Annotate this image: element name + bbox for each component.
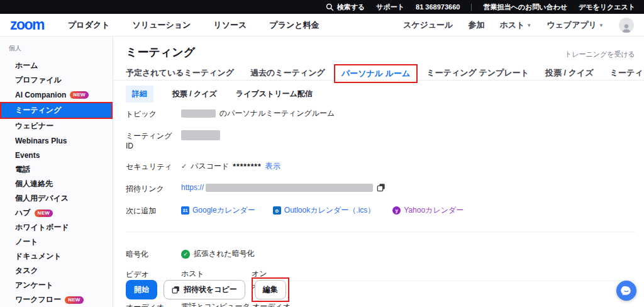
- security-row: セキュリティ ✓ パスコード ******** 表示: [126, 161, 635, 172]
- encryption-row: 暗号化 ✓ 拡張された暗号化: [126, 248, 635, 260]
- sidebar-item-webinars[interactable]: ウェビナー: [0, 119, 113, 133]
- nav-schedule[interactable]: スケジュール: [403, 20, 453, 31]
- encryption-value: 拡張された暗号化: [194, 248, 255, 259]
- encryption-label: 暗号化: [126, 248, 181, 260]
- zoom-logo[interactable]: zoom: [10, 18, 44, 32]
- contact-sales-link[interactable]: 営業担当へのお問い合わせ: [483, 3, 567, 12]
- sidebar-item-home[interactable]: ホーム: [0, 59, 113, 73]
- new-badge: NEW: [70, 91, 89, 99]
- sidebar-section-personal: 個人: [0, 36, 113, 59]
- search-icon: [326, 3, 334, 11]
- action-buttons: 開始 招待状をコピー 編集: [126, 277, 289, 302]
- sidebar-item-ai-companion[interactable]: AI Companion NEW: [0, 87, 113, 102]
- google-calendar-icon: 31: [181, 206, 189, 215]
- nav-join[interactable]: 参加: [468, 20, 484, 31]
- redacted-meeting-id: [181, 130, 220, 140]
- chevron-down-icon: ▼: [599, 23, 604, 28]
- audio-label: オーディオ: [126, 301, 181, 307]
- sidebar-item-profile[interactable]: プロファイル: [0, 73, 113, 87]
- personal-room-subtabs: 詳細 投票 / クイズ ライブストリーム配信: [126, 86, 313, 103]
- tab-upcoming-meetings[interactable]: 予定されているミーティング: [126, 67, 234, 79]
- section-divider: [126, 232, 635, 232]
- phone-number[interactable]: 81 368973660: [416, 3, 460, 11]
- new-badge: NEW: [65, 296, 84, 304]
- check-icon: ✓: [181, 162, 187, 170]
- nav-products[interactable]: プロダクト: [68, 20, 110, 31]
- edit-button[interactable]: 編集: [255, 280, 286, 299]
- meeting-id-row: ミーティング ID: [126, 130, 635, 150]
- subtab-polls-quizzes[interactable]: 投票 / クイズ: [172, 89, 217, 99]
- sidebar-item-events[interactable]: Events: [0, 148, 113, 162]
- nav-host-menu[interactable]: ホスト ▼: [499, 20, 531, 31]
- main-navbar: zoom プロダクト ソリューション リソース プランと料金 スケジュール 参加…: [0, 14, 644, 36]
- tab-personal-room[interactable]: パーソナル ルーム: [334, 64, 418, 83]
- nav-links: プロダクト ソリューション リソース プランと料金: [68, 20, 319, 31]
- search-label: 検索する: [337, 3, 365, 12]
- edit-annotation-box: 編集: [252, 277, 289, 302]
- sidebar-item-devices[interactable]: 個人用デバイス: [0, 191, 113, 206]
- person-icon: [621, 23, 632, 33]
- start-button[interactable]: 開始: [126, 280, 157, 299]
- search-button[interactable]: 検索する: [326, 3, 365, 12]
- audio-row: オーディオ 電話とコンピュータ オーディオ ダイヤル元米国: [126, 301, 635, 307]
- sidebar-item-contacts[interactable]: 個人連絡先: [0, 177, 113, 191]
- chat-bubble-icon: [621, 285, 632, 296]
- nav-webapp-menu[interactable]: ウェブアプリ ▼: [547, 20, 604, 31]
- sidebar-item-surveys[interactable]: アンケート: [0, 278, 113, 293]
- tab-polls-quizzes[interactable]: 投票 / クイズ: [545, 67, 594, 79]
- sidebar-item-webinars-plus[interactable]: Webinars Plus: [0, 133, 113, 148]
- yahoo-calendar-link[interactable]: y Yahooカレンダー: [392, 205, 464, 216]
- encryption-shield-icon: ✓: [181, 250, 190, 259]
- redacted-invite-url: [206, 184, 373, 192]
- nav-plans-pricing[interactable]: プランと料金: [269, 20, 319, 31]
- sidebar-item-tasks[interactable]: タスク: [0, 264, 113, 278]
- invite-link-row: 招待リンク https://: [126, 183, 635, 194]
- security-label: セキュリティ: [126, 161, 181, 172]
- copy-icon[interactable]: [377, 183, 386, 192]
- subtab-live-streaming[interactable]: ライブストリーム配信: [236, 89, 313, 99]
- copy-icon: [172, 286, 180, 294]
- request-demo-link[interactable]: デモをリクエスト: [579, 3, 635, 12]
- zoom-web-portal: 検索する サポート 81 368973660 営業担当へのお問い合わせ デモをリ…: [0, 0, 644, 307]
- add-to-label: 次に追加: [126, 205, 181, 216]
- topic-row: トピック のパーソナルミーティングルーム: [126, 108, 635, 120]
- copy-invitation-button[interactable]: 招待状をコピー: [164, 280, 245, 299]
- page-title: ミーティング: [126, 45, 195, 60]
- google-calendar-link[interactable]: 31 Googleカレンダー: [181, 205, 255, 216]
- chevron-down-icon: ▼: [526, 23, 531, 28]
- invite-link-label: 招待リンク: [126, 183, 181, 194]
- nav-solutions[interactable]: ソリューション: [133, 20, 191, 31]
- sidebar-item-docs[interactable]: ドキュメント: [0, 249, 113, 264]
- support-chat-widget[interactable]: [616, 281, 636, 301]
- outlook-calendar-icon: o: [273, 206, 281, 215]
- topic-label: トピック: [126, 108, 181, 120]
- tab-previous-meetings[interactable]: 過去のミーティング: [250, 67, 325, 79]
- add-to-row: 次に追加 31 Googleカレンダー o Outlookカレンダー（.ics）…: [126, 205, 635, 216]
- audio-type: 電話とコンピュータ オーディオ: [181, 301, 291, 307]
- top-utility-bar: 検索する サポート 81 368973660 営業担当へのお問い合わせ デモをリ…: [0, 0, 644, 14]
- main-content: ミーティング トレーニングを受ける 予定されているミーティング 過去のミーティン…: [113, 36, 644, 307]
- sidebar-item-phone[interactable]: 電話: [0, 162, 113, 177]
- sidebar-item-whiteboard[interactable]: ホワイトボード: [0, 220, 113, 235]
- topic-suffix: のパーソナルミーティングルーム: [219, 108, 335, 119]
- outlook-calendar-link[interactable]: o Outlookカレンダー（.ics）: [273, 205, 375, 216]
- sidebar-item-workflows[interactable]: ワークフロー NEW: [0, 293, 113, 307]
- topbar-divider: [471, 4, 472, 11]
- sidebar: 個人 ホーム プロファイル AI Companion NEW ミーティング ウェ…: [0, 36, 113, 307]
- user-avatar[interactable]: [619, 18, 634, 33]
- meeting-tabs: 予定されているミーティング 過去のミーティング パーソナル ルーム ミーティング…: [113, 65, 644, 81]
- yahoo-calendar-icon: y: [392, 206, 401, 215]
- nav-resources[interactable]: リソース: [213, 20, 247, 31]
- tab-meeting-agenda[interactable]: ミーティングアジェンダ: [610, 67, 644, 79]
- subtab-details[interactable]: 詳細: [126, 86, 153, 103]
- invite-url-prefix[interactable]: https://: [181, 183, 204, 192]
- show-passcode-link[interactable]: 表示: [265, 161, 280, 172]
- sidebar-item-meetings[interactable]: ミーティング: [0, 102, 113, 119]
- support-link[interactable]: サポート: [376, 3, 404, 12]
- tab-meeting-templates[interactable]: ミーティング テンプレート: [426, 67, 529, 79]
- sidebar-item-hub[interactable]: ハブ NEW: [0, 206, 113, 220]
- training-link[interactable]: トレーニングを受ける: [565, 50, 635, 59]
- passcode-mask: ********: [233, 162, 261, 171]
- passcode-label: パスコード: [191, 161, 229, 172]
- sidebar-item-notes[interactable]: ノート: [0, 235, 113, 249]
